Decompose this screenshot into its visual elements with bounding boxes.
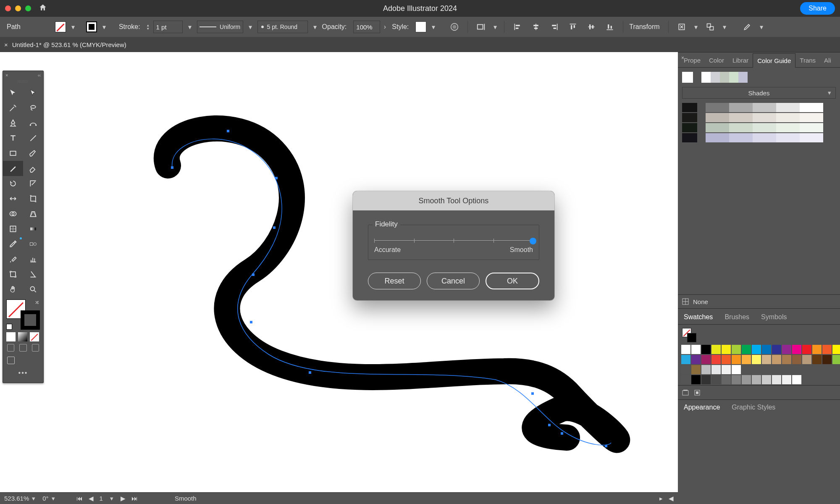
swatch[interactable]: [711, 345, 721, 354]
align-right-icon[interactable]: [547, 20, 562, 34]
swatch[interactable]: [681, 375, 690, 384]
color-guide-swatch[interactable]: [776, 103, 800, 112]
scale-tool[interactable]: [23, 176, 43, 191]
stroke-weight-dropdown-icon[interactable]: ▾: [187, 23, 193, 31]
color-guide-swatch[interactable]: [753, 113, 776, 122]
color-guide-swatch[interactable]: [776, 133, 800, 142]
align-left-icon[interactable]: [510, 20, 525, 34]
color-guide-swatch[interactable]: [800, 123, 823, 132]
none-mode-icon[interactable]: [30, 332, 39, 341]
brush-dropdown-icon[interactable]: ▾: [312, 23, 318, 31]
swatch[interactable]: [722, 345, 731, 354]
hand-tool[interactable]: [3, 282, 23, 297]
swatch[interactable]: [722, 365, 731, 374]
artboard-first-icon[interactable]: ⏮: [76, 495, 83, 502]
swatch[interactable]: [752, 345, 761, 354]
curvature-tool[interactable]: [23, 116, 43, 131]
swatch[interactable]: [762, 345, 771, 354]
swatch[interactable]: [832, 355, 840, 364]
tab-symbols[interactable]: Symbols: [755, 310, 793, 324]
swatch[interactable]: [732, 355, 741, 364]
draw-inside-icon[interactable]: [32, 344, 39, 352]
color-guide-swatch[interactable]: [682, 133, 697, 142]
default-fill-stroke-icon[interactable]: [6, 324, 12, 330]
harmony-swatch[interactable]: [711, 72, 720, 83]
align-vcenter-icon[interactable]: [584, 20, 598, 34]
swatch[interactable]: [711, 355, 721, 364]
artboard-number[interactable]: 1: [100, 495, 103, 502]
harmony-swatch[interactable]: [720, 72, 729, 83]
document-tab[interactable]: Untitled-1* @ 523.61 % (CMYK/Preview): [12, 41, 126, 48]
swatch[interactable]: [681, 355, 690, 364]
swatch[interactable]: [691, 345, 701, 354]
swatch[interactable]: [732, 345, 741, 354]
window-minimize-button[interactable]: [15, 5, 21, 11]
ok-button[interactable]: OK: [486, 273, 539, 289]
toolbox-close-icon[interactable]: ×: [5, 73, 8, 78]
select-similar-icon[interactable]: [703, 20, 717, 34]
swatch[interactable]: [691, 365, 701, 374]
fidelity-slider[interactable]: [374, 238, 533, 244]
draw-normal-icon[interactable]: [7, 344, 14, 352]
swatch[interactable]: [742, 355, 751, 364]
direct-selection-tool[interactable]: [23, 85, 43, 100]
width-tool[interactable]: [3, 191, 23, 206]
free-transform-tool[interactable]: [23, 191, 43, 206]
eyedropper-tool[interactable]: [3, 236, 23, 252]
swatch[interactable]: [772, 345, 781, 354]
rectangle-tool[interactable]: [3, 146, 23, 161]
share-button[interactable]: Share: [800, 2, 835, 15]
eraser-tool[interactable]: [23, 161, 43, 176]
type-tool[interactable]: [3, 131, 23, 146]
align-to-icon[interactable]: [474, 20, 488, 34]
swatch[interactable]: [722, 355, 731, 364]
color-guide-swatch[interactable]: [706, 133, 729, 142]
artboard-last-icon[interactable]: ⏭: [131, 495, 138, 502]
color-guide-swatch[interactable]: [706, 113, 729, 122]
stroke-big-swatch[interactable]: [21, 310, 40, 330]
tab-trans[interactable]: Trans: [795, 53, 820, 67]
symbol-sprayer-tool[interactable]: [3, 252, 23, 267]
swatch[interactable]: [701, 355, 711, 364]
swatch[interactable]: [732, 375, 741, 384]
swatch[interactable]: [792, 345, 801, 354]
smooth-tool[interactable]: [3, 161, 23, 176]
swatch[interactable]: [772, 375, 781, 384]
swatch[interactable]: [752, 355, 761, 364]
swatch[interactable]: [691, 375, 701, 384]
window-zoom-button[interactable]: [25, 5, 31, 11]
magic-wand-tool[interactable]: [3, 100, 23, 116]
align-hcenter-icon[interactable]: [529, 20, 543, 34]
mesh-tool[interactable]: [3, 221, 23, 236]
color-guide-swatch[interactable]: [753, 103, 776, 112]
perspective-tool[interactable]: [23, 206, 43, 221]
swatch[interactable]: [812, 355, 822, 364]
tab-librar[interactable]: Librar: [728, 53, 753, 67]
color-guide-base[interactable]: [682, 72, 693, 83]
swatch[interactable]: [742, 345, 751, 354]
color-guide-swatch[interactable]: [729, 103, 753, 112]
color-guide-swatch[interactable]: [753, 123, 776, 132]
color-guide-swatch[interactable]: [800, 103, 823, 112]
swatch[interactable]: [701, 375, 711, 384]
color-guide-swatch[interactable]: [776, 113, 800, 122]
swatch[interactable]: [822, 345, 832, 354]
opacity-field[interactable]: [353, 21, 380, 33]
tab-brushes[interactable]: Brushes: [719, 310, 755, 324]
swatch[interactable]: [762, 355, 771, 364]
color-guide-mode-select[interactable]: Shades: [682, 87, 836, 99]
swatch[interactable]: [691, 355, 701, 364]
slice-tool[interactable]: [23, 267, 43, 282]
paintbrush-tool[interactable]: [23, 146, 43, 161]
swatch[interactable]: [792, 375, 801, 384]
toolbox-grip[interactable]: ::::::::: [3, 79, 43, 85]
swatch[interactable]: [681, 345, 690, 354]
swatch[interactable]: [752, 375, 761, 384]
window-close-button[interactable]: [5, 5, 11, 11]
shape-builder-tool[interactable]: [3, 206, 23, 221]
variable-width-profile[interactable]: Uniform: [197, 21, 243, 33]
swatch[interactable]: [732, 365, 741, 374]
swatch[interactable]: [742, 375, 751, 384]
tab-ali[interactable]: Ali: [820, 53, 835, 67]
stroke-weight-field[interactable]: [153, 21, 183, 33]
